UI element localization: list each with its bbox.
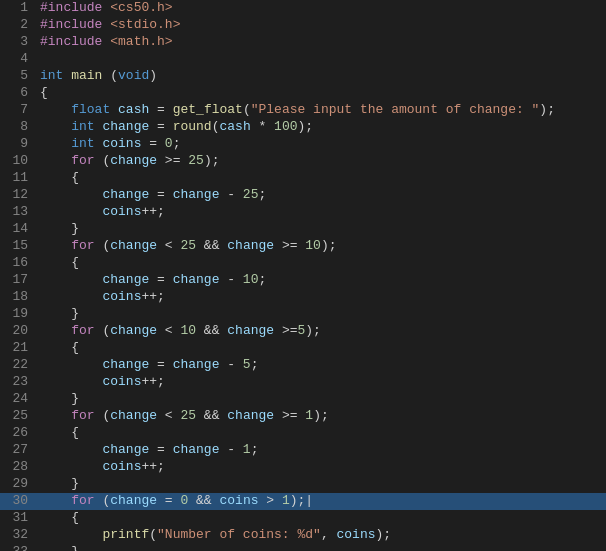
line-content: } — [36, 544, 606, 551]
line-number: 33 — [0, 544, 36, 551]
line-content: } — [36, 391, 606, 406]
line-number: 9 — [0, 136, 36, 151]
line-content: change = change - 25; — [36, 187, 606, 202]
line-content: { — [36, 255, 606, 270]
line-content: int coins = 0; — [36, 136, 606, 151]
line-number: 20 — [0, 323, 36, 338]
line-number: 27 — [0, 442, 36, 457]
code-line: 23 coins++; — [0, 374, 606, 391]
line-number: 13 — [0, 204, 36, 219]
line-content: } — [36, 221, 606, 236]
line-content: coins++; — [36, 204, 606, 219]
line-content: coins++; — [36, 374, 606, 389]
line-number: 22 — [0, 357, 36, 372]
code-line: 29 } — [0, 476, 606, 493]
code-line: 26 { — [0, 425, 606, 442]
line-content: change = change - 10; — [36, 272, 606, 287]
line-content: { — [36, 170, 606, 185]
line-number: 29 — [0, 476, 36, 491]
code-line: 7 float cash = get_float("Please input t… — [0, 102, 606, 119]
line-number: 12 — [0, 187, 36, 202]
line-number: 8 — [0, 119, 36, 134]
code-line: 11 { — [0, 170, 606, 187]
line-number: 25 — [0, 408, 36, 423]
line-content: for (change < 10 && change >=5); — [36, 323, 606, 338]
line-number: 16 — [0, 255, 36, 270]
line-content: change = change - 1; — [36, 442, 606, 457]
line-content: } — [36, 476, 606, 491]
code-line: 22 change = change - 5; — [0, 357, 606, 374]
line-number: 10 — [0, 153, 36, 168]
code-line: 25 for (change < 25 && change >= 1); — [0, 408, 606, 425]
line-content: for (change = 0 && coins > 1);| — [36, 493, 606, 508]
code-line: 31 { — [0, 510, 606, 527]
code-line: 19 } — [0, 306, 606, 323]
line-number: 21 — [0, 340, 36, 355]
line-number: 3 — [0, 34, 36, 49]
line-number: 5 — [0, 68, 36, 83]
code-line: 21 { — [0, 340, 606, 357]
code-line: 16 { — [0, 255, 606, 272]
line-content: for (change < 25 && change >= 1); — [36, 408, 606, 423]
code-editor: 1#include <cs50.h>2#include <stdio.h>3#i… — [0, 0, 606, 551]
line-number: 31 — [0, 510, 36, 525]
code-line: 18 coins++; — [0, 289, 606, 306]
line-content: } — [36, 306, 606, 321]
code-line: 28 coins++; — [0, 459, 606, 476]
line-content: printf("Number of coins: %d", coins); — [36, 527, 606, 542]
line-number: 17 — [0, 272, 36, 287]
code-line: 14 } — [0, 221, 606, 238]
line-content: change = change - 5; — [36, 357, 606, 372]
code-line: 27 change = change - 1; — [0, 442, 606, 459]
code-line: 15 for (change < 25 && change >= 10); — [0, 238, 606, 255]
line-content: #include <math.h> — [36, 34, 606, 49]
code-line: 9 int coins = 0; — [0, 136, 606, 153]
line-content: { — [36, 85, 606, 100]
code-line: 6{ — [0, 85, 606, 102]
line-content: int main (void) — [36, 68, 606, 83]
code-line: 8 int change = round(cash * 100); — [0, 119, 606, 136]
line-number: 2 — [0, 17, 36, 32]
code-line: 2#include <stdio.h> — [0, 17, 606, 34]
line-number: 32 — [0, 527, 36, 542]
line-number: 11 — [0, 170, 36, 185]
line-content: coins++; — [36, 459, 606, 474]
code-line: 4 — [0, 51, 606, 68]
line-content: float cash = get_float("Please input the… — [36, 102, 606, 117]
line-content — [36, 51, 606, 66]
line-content: int change = round(cash * 100); — [36, 119, 606, 134]
line-number: 28 — [0, 459, 36, 474]
line-content: { — [36, 510, 606, 525]
line-content: #include <stdio.h> — [36, 17, 606, 32]
line-number: 26 — [0, 425, 36, 440]
line-number: 7 — [0, 102, 36, 117]
line-number: 24 — [0, 391, 36, 406]
code-line: 24 } — [0, 391, 606, 408]
line-number: 14 — [0, 221, 36, 236]
line-content: #include <cs50.h> — [36, 0, 606, 15]
line-content: { — [36, 340, 606, 355]
line-number: 19 — [0, 306, 36, 321]
line-number: 6 — [0, 85, 36, 100]
line-number: 4 — [0, 51, 36, 66]
code-line: 30 for (change = 0 && coins > 1);| — [0, 493, 606, 510]
code-line: 13 coins++; — [0, 204, 606, 221]
code-line: 20 for (change < 10 && change >=5); — [0, 323, 606, 340]
code-line: 17 change = change - 10; — [0, 272, 606, 289]
code-line: 12 change = change - 25; — [0, 187, 606, 204]
line-content: for (change >= 25); — [36, 153, 606, 168]
code-line: 5int main (void) — [0, 68, 606, 85]
line-number: 23 — [0, 374, 36, 389]
code-line: 3#include <math.h> — [0, 34, 606, 51]
code-line: 32 printf("Number of coins: %d", coins); — [0, 527, 606, 544]
code-line: 1#include <cs50.h> — [0, 0, 606, 17]
code-line: 33 } — [0, 544, 606, 551]
line-number: 30 — [0, 493, 36, 508]
line-content: { — [36, 425, 606, 440]
line-content: for (change < 25 && change >= 10); — [36, 238, 606, 253]
code-line: 10 for (change >= 25); — [0, 153, 606, 170]
line-number: 15 — [0, 238, 36, 253]
line-number: 1 — [0, 0, 36, 15]
line-number: 18 — [0, 289, 36, 304]
line-content: coins++; — [36, 289, 606, 304]
